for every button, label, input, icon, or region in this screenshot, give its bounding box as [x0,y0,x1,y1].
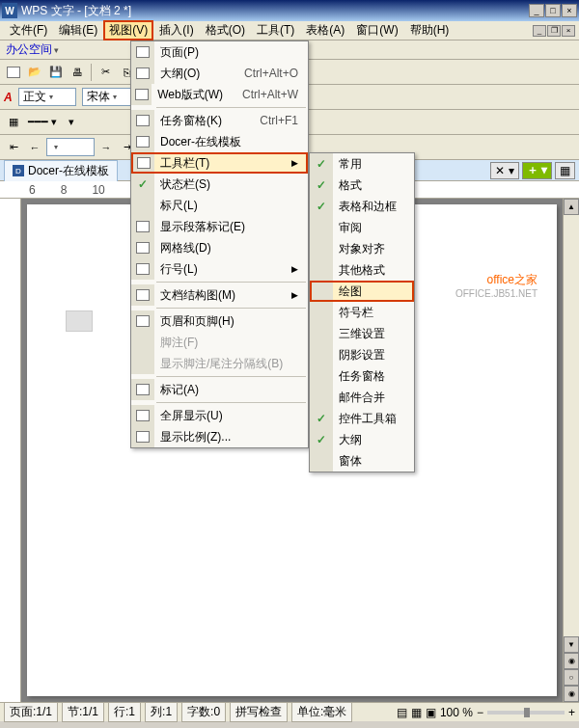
close-button[interactable]: × [562,4,577,17]
view-menu-item[interactable]: Web版式(W)Ctrl+Alt+W [131,84,308,105]
view-menu-item[interactable]: ✓状态栏(S) [131,174,308,195]
status-spellcheck[interactable]: 拼写检查 [230,702,288,722]
menu-shortcut: Ctrl+Alt+O [244,67,298,80]
toolbar-submenu-item[interactable]: 阴影设置 [310,344,414,365]
view-menu-item[interactable]: 标尺(L) [131,195,308,216]
border-style-button[interactable]: ━━━ ▾ [25,113,60,132]
view-menu-item[interactable]: 工具栏(T)▶ [131,152,308,174]
submenu-item-label: 其他格式 [339,262,404,279]
open-button[interactable]: 📂 [25,63,44,82]
maximize-button[interactable]: □ [545,4,561,17]
save-button[interactable]: 💾 [46,63,66,82]
view-menu-item[interactable]: 大纲(O)Ctrl+Alt+O [131,63,308,84]
view-menu-item[interactable]: 页面(P) [131,41,308,63]
scroll-up-button[interactable]: ▲ [564,199,579,215]
menu-table[interactable]: 表格(A) [300,20,350,40]
toolbar-submenu-item[interactable]: 符号栏 [310,302,414,323]
toolbar-submenu-item[interactable]: 邮件合并 [310,387,414,408]
toolbar-submenu-item[interactable]: ✓格式 [310,175,414,196]
browse-object-button[interactable]: ○ [564,669,579,686]
menu-item-label: 行号(L) [160,261,272,278]
zoom-out-button[interactable]: − [477,706,483,719]
toolbar-submenu-item[interactable]: ✓常用 [310,153,414,175]
doc-minimize-button[interactable]: _ [533,25,546,37]
doc-close-button[interactable]: × [562,25,575,37]
view-menu-item[interactable]: 显示比例(Z)... [131,426,308,447]
toolbar-submenu-item[interactable]: ✓大纲 [310,429,414,450]
toolbar-submenu-item[interactable]: 窗体 [310,450,414,472]
view-outline-icon[interactable]: ▦ [411,706,422,719]
status-col[interactable]: 列:1 [145,702,178,722]
menu-insert[interactable]: 插入(I) [153,20,199,40]
workspace-link[interactable]: 办公空间 [6,41,52,58]
menu-item-label: 工具栏(T) [160,155,272,172]
submenu-arrow-icon: ▶ [291,290,298,300]
status-line[interactable]: 行:1 [108,702,141,722]
view-menu-item[interactable]: 任务窗格(K)Ctrl+F1 [131,110,308,131]
check-icon: ✓ [310,408,333,429]
view-menu-item[interactable]: 文档结构图(M)▶ [131,284,308,306]
menu-help[interactable]: 帮助(H) [404,20,455,40]
toolbar-submenu-item[interactable]: 绘图 [310,281,414,302]
dropdown-icon[interactable]: ▾ [54,45,59,55]
scroll-down-button[interactable]: ▼ [564,636,579,653]
toolbar-submenu-item[interactable]: ✓表格和边框 [310,196,414,217]
toolbar-submenu-item[interactable]: 任务窗格 [310,365,414,387]
toolbar-submenu-item[interactable]: 对象对齐 [310,238,414,259]
toolbar-submenu-item[interactable]: ✓控件工具箱 [310,408,414,429]
outline-left-button[interactable]: ← [25,138,44,157]
tab-docer[interactable]: D Docer-在线模板 [4,160,118,181]
promote-button[interactable]: ⇤ [4,138,23,157]
zoom-value[interactable]: 100 % [440,706,473,719]
style-combo[interactable]: 正文▾ [18,88,76,106]
menu-window[interactable]: 窗口(W) [350,20,403,40]
status-unit[interactable]: 单位:毫米 [291,702,352,722]
view-menu-item[interactable]: 网格线(D) [131,237,308,258]
draw-table-button[interactable]: ▦ [4,113,23,132]
view-menu-item[interactable]: 标记(A) [131,379,308,400]
blank-icon [310,323,333,344]
view-menu-item[interactable]: 行号(L)▶ [131,258,308,280]
view-menu-item[interactable]: Docer-在线模板 [131,131,308,152]
menu-format[interactable]: 格式(O) [200,20,251,40]
border-weight-button[interactable]: ▾ [62,113,81,132]
minimize-button[interactable]: _ [529,4,544,17]
check-icon: ✓ [131,174,154,195]
outline-level-combo[interactable]: ▾ [46,138,95,156]
menu-view[interactable]: 视图(V) [103,20,153,40]
blank-icon [312,283,333,300]
para-icon [131,216,154,237]
next-page-button[interactable]: ◉ [564,686,579,702]
view-menu-item[interactable]: 页眉和页脚(H) [131,310,308,332]
view-normal-icon[interactable]: ▤ [397,706,407,719]
status-words[interactable]: 字数:0 [181,702,226,722]
print-button[interactable]: 🖶 [68,63,87,82]
vertical-ruler[interactable] [0,199,21,702]
menu-edit[interactable]: 编辑(E) [53,20,103,40]
toolbar-submenu-item[interactable]: 审阅 [310,217,414,238]
status-page[interactable]: 页面:1/1 [4,702,58,722]
outline-icon [131,63,154,84]
view-menu-item[interactable]: 全屏显示(U) [131,405,308,426]
toolbar-submenu-item[interactable]: 其他格式 [310,259,414,281]
tab-list-button[interactable]: ▦ [555,162,575,179]
zoom-icon [131,426,154,447]
zoom-in-button[interactable]: + [568,706,575,719]
blank-icon [310,259,333,281]
tab-add-button[interactable]: ＋ ▾ [522,162,552,179]
outline-right-button[interactable]: → [96,138,116,157]
pane-icon [131,110,154,131]
toolbar-submenu-item[interactable]: 三维设置 [310,323,414,344]
view-web-icon[interactable]: ▣ [426,706,436,719]
doc-restore-button[interactable]: ❐ [547,25,561,37]
zoom-slider[interactable] [487,711,565,715]
view-menu-item[interactable]: 显示段落标记(E) [131,216,308,237]
prev-page-button[interactable]: ◉ [564,653,579,669]
status-section[interactable]: 节:1/1 [62,702,104,722]
cut-button[interactable]: ✂ [96,63,115,82]
menu-file[interactable]: 文件(F) [4,20,53,40]
tab-close-button[interactable]: ✕ ▾ [490,162,518,179]
menu-tools[interactable]: 工具(T) [251,20,300,40]
vertical-scrollbar[interactable]: ▲ ▼ ◉ ○ ◉ [563,199,579,702]
new-button[interactable] [4,63,23,82]
